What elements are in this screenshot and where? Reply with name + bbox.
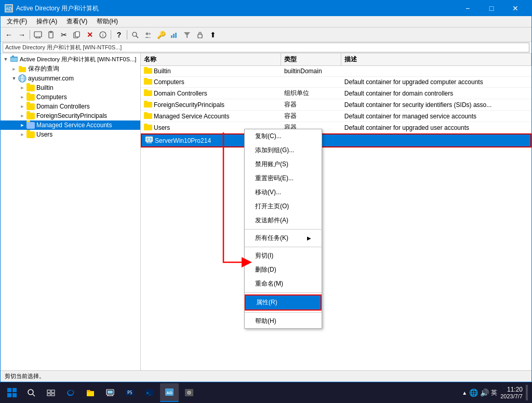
taskbar-search[interactable] [22, 383, 41, 402]
ctx-disable-label: 禁用账户(S) [255, 160, 288, 169]
ctx-disable-account[interactable]: 禁用账户(S) [245, 157, 322, 171]
saved-queries-toggle[interactable]: ► [10, 65, 18, 73]
computers-toggle[interactable]: ► [18, 93, 26, 101]
ctx-properties-label: 属性(R) [256, 298, 277, 307]
svg-rect-24 [19, 67, 26, 72]
lock-button[interactable] [194, 29, 206, 41]
taskbar-task-view[interactable] [42, 383, 60, 402]
taskbar-computer-mgmt[interactable] [101, 383, 119, 402]
root-toggle[interactable]: ▼ [2, 55, 10, 63]
ctx-send-email[interactable]: 发送邮件(A) [245, 213, 322, 227]
clock[interactable]: 11:20 2023/7/7 [500, 386, 523, 399]
svg-rect-62 [108, 391, 113, 394]
ctx-rename[interactable]: 重命名(M) [245, 277, 322, 291]
taskbar-explorer[interactable] [81, 383, 100, 402]
taskbar-terminal[interactable]: PS [121, 383, 139, 402]
menu-view[interactable]: 查看(V) [62, 16, 91, 27]
msa-row-icon [144, 112, 152, 120]
ctx-open-homepage[interactable]: 打开主页(O) [245, 199, 322, 213]
menu-help[interactable]: 帮助(H) [92, 16, 122, 27]
fsp-toggle[interactable]: ► [18, 112, 26, 120]
ctx-copy[interactable]: 复制(C)... [245, 129, 322, 143]
row-domain-controllers[interactable]: Domain Controllers 组织单位 Default containe… [141, 88, 531, 99]
dc-row-icon [144, 89, 152, 98]
window-title: Active Directory 用户和计算机 [16, 4, 99, 13]
menu-action[interactable]: 操作(A) [32, 16, 61, 27]
builtin-toggle[interactable]: ► [18, 84, 26, 92]
copy-button[interactable] [71, 29, 83, 41]
ctx-help[interactable]: 帮助(H) [245, 314, 322, 328]
filter-button[interactable] [181, 29, 193, 41]
tree-item-builtin[interactable]: ► Builtin [1, 83, 140, 92]
tree-saved-queries[interactable]: ► 保存的查询 [1, 64, 140, 74]
tray-chevron[interactable]: ▲ [462, 390, 467, 396]
users-button[interactable] [142, 29, 154, 41]
tray-lang[interactable]: 英 [491, 388, 497, 397]
svg-rect-17 [173, 34, 175, 38]
taskbar-edge[interactable] [61, 383, 80, 402]
ctx-all-tasks[interactable]: 所有任务(K) ▶ [245, 231, 322, 245]
menu-file[interactable]: 文件(F) [3, 16, 31, 27]
taskbar-ad-tool[interactable]: AD [160, 383, 179, 402]
row-users[interactable]: Users 容器 Default container for upgraded … [141, 122, 531, 133]
msa-toggle[interactable]: ► [18, 121, 26, 129]
tree-item-users[interactable]: ► Users [1, 130, 140, 139]
cell-dc-name: Domain Controllers [141, 88, 281, 99]
cell-dc-desc: Default container for domain controllers [341, 89, 531, 98]
svg-rect-38 [144, 101, 148, 102]
close-button[interactable]: ✕ [503, 1, 527, 16]
back-button[interactable]: ← [3, 29, 15, 41]
maximize-button[interactable]: □ [480, 1, 503, 16]
help-button[interactable]: ? [113, 29, 125, 41]
fsp-row-icon [144, 101, 152, 109]
dc-toggle[interactable]: ► [18, 102, 26, 111]
content-header: 名称 类型 描述 [141, 53, 531, 66]
users-toggle[interactable]: ► [18, 130, 26, 139]
svg-rect-49 [7, 388, 11, 392]
row-server[interactable]: ServerWin10Pro214 用户 [141, 133, 531, 147]
ctx-move[interactable]: 移动(V)... [245, 185, 322, 199]
svg-rect-50 [12, 388, 17, 392]
delete-button[interactable]: ✕ [84, 29, 96, 41]
computer-button[interactable] [32, 29, 44, 41]
start-button[interactable] [4, 385, 20, 400]
tree-item-domain-controllers[interactable]: ► Domain Controllers [1, 102, 140, 111]
svg-rect-60 [87, 390, 90, 392]
row-computers[interactable]: Computers Default container for upgraded… [141, 77, 531, 88]
key-button[interactable]: 🔑 [155, 29, 167, 41]
ctx-properties[interactable]: 属性(R) [245, 294, 322, 311]
ctx-add-to-group[interactable]: 添加到组(G)... [245, 143, 322, 157]
search-button[interactable] [129, 29, 141, 41]
cut-button[interactable]: ✂ [58, 29, 70, 41]
svg-line-54 [33, 394, 35, 396]
tree-root[interactable]: ▼ Active Directory 用户和计算机 [WIN-NTF0S...] [1, 55, 140, 64]
taskbar-settings[interactable] [180, 383, 198, 402]
chart-button[interactable] [168, 29, 180, 41]
forward-button[interactable]: → [16, 29, 28, 41]
clipboard-button[interactable] [45, 29, 57, 41]
system-tray: ▲ 🌐 🔊 英 [462, 388, 497, 397]
ctx-reset-password[interactable]: 重置密码(E)... [245, 171, 322, 185]
col-name-header[interactable]: 名称 [141, 53, 281, 65]
row-msa[interactable]: Managed Service Accounts 容器 Default cont… [141, 111, 531, 122]
svg-point-15 [149, 33, 151, 35]
tree-item-msa[interactable]: ► Managed Service Accounts [1, 120, 140, 130]
up-button[interactable]: ⬆ [207, 29, 219, 41]
row-builtin[interactable]: Builtin builtinDomain [141, 66, 531, 77]
tree-fsp-label: ForeignSecurityPrincipals [36, 112, 107, 119]
show-desktop-button[interactable] [526, 385, 528, 400]
taskbar-powershell[interactable]: >_ [140, 383, 159, 402]
tree-item-fsp[interactable]: ► ForeignSecurityPrincipals [1, 111, 140, 120]
col-desc-header[interactable]: 描述 [341, 53, 531, 65]
svg-rect-37 [144, 102, 152, 108]
ctx-delete[interactable]: 删除(D) [245, 263, 322, 277]
ctx-cut[interactable]: 剪切(I) [245, 249, 322, 263]
row-fsp[interactable]: ForeignSecurityPrincipals 容器 Default con… [141, 99, 531, 111]
domain-toggle[interactable]: ▼ [10, 74, 18, 83]
properties-button[interactable]: i [97, 29, 109, 41]
tree-domain[interactable]: ▼ ayusummer.com [1, 74, 140, 83]
tree-item-computers[interactable]: ► Computers [1, 92, 140, 102]
minimize-button[interactable]: − [456, 1, 480, 16]
tray-volume-icon[interactable]: 🔊 [480, 388, 489, 397]
col-type-header[interactable]: 类型 [281, 53, 341, 65]
